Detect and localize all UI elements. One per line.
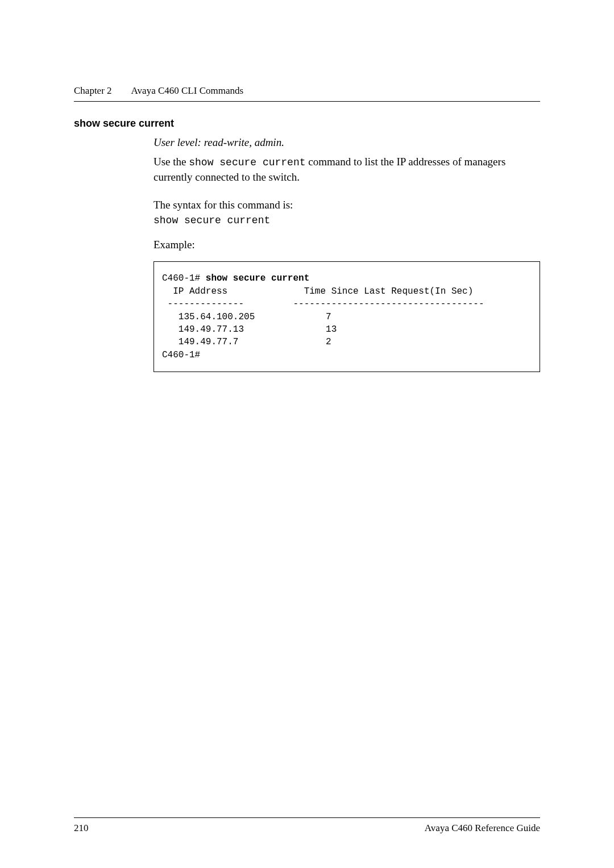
page-number: 210 <box>74 823 89 834</box>
example-code-box: C460-1# show secure current IP Address T… <box>154 261 540 372</box>
syntax-label: The syntax for this command is: <box>154 198 540 213</box>
page-footer: 210 Avaya C460 Reference Guide <box>74 817 540 834</box>
example-prompt2: C460-1# <box>162 350 200 360</box>
chapter-title: Avaya C460 CLI Commands <box>131 85 244 96</box>
doc-title: Avaya C460 Reference Guide <box>425 823 540 834</box>
section-title: show secure current <box>74 118 540 130</box>
user-level: User level: read-write, admin. <box>154 136 540 149</box>
example-row1: 135.64.100.205 7 <box>162 312 331 322</box>
example-row2: 149.49.77.13 13 <box>162 324 337 335</box>
syntax-code: show secure current <box>154 215 540 226</box>
example-command: show secure current <box>206 273 309 283</box>
description: Use the show secure current command to l… <box>154 155 540 185</box>
example-col2-header: Time Since Last Request(In Sec) <box>304 286 474 297</box>
description-pre: Use the <box>154 156 189 168</box>
example-div1: -------------- -------------------------… <box>162 299 484 309</box>
page-header: Chapter 2 Avaya C460 CLI Commands <box>74 85 540 102</box>
example-row3: 149.49.77.7 2 <box>162 337 331 347</box>
example-col1-header: IP Address <box>162 286 227 297</box>
chapter-label: Chapter 2 <box>74 85 112 96</box>
content-block: User level: read-write, admin. Use the s… <box>154 136 540 372</box>
example-prompt1: C460-1# <box>162 273 206 283</box>
example-label: Example: <box>154 239 540 251</box>
description-code: show secure current <box>189 157 305 168</box>
